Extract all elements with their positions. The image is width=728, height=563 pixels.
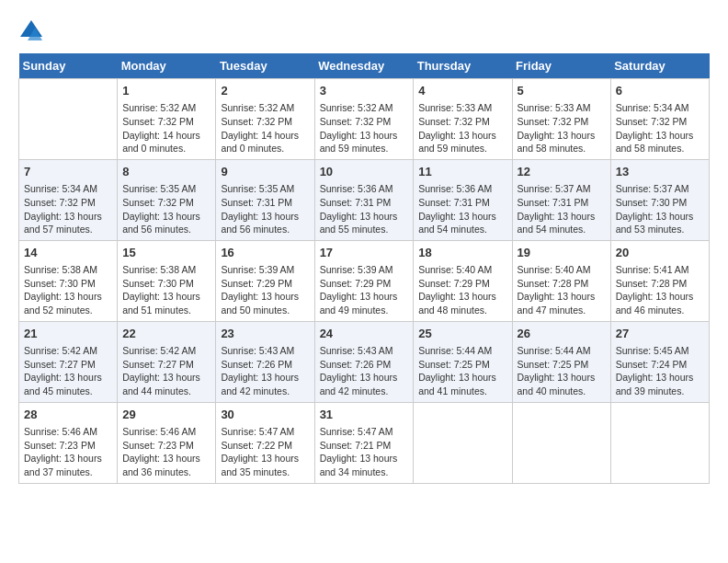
day-number: 10 [320, 164, 409, 180]
day-number: 18 [418, 245, 506, 261]
day-number: 9 [221, 164, 309, 180]
calendar-cell [610, 402, 709, 483]
calendar-cell: 18Sunrise: 5:40 AM Sunset: 7:29 PM Dayli… [414, 240, 512, 321]
day-number: 3 [320, 83, 409, 99]
day-number: 2 [221, 83, 309, 99]
day-number: 30 [221, 407, 309, 423]
calendar-cell: 24Sunrise: 5:43 AM Sunset: 7:26 PM Dayli… [314, 321, 414, 402]
calendar-body: 1Sunrise: 5:32 AM Sunset: 7:32 PM Daylig… [19, 79, 710, 484]
calendar-cell: 28Sunrise: 5:46 AM Sunset: 7:23 PM Dayli… [19, 402, 118, 483]
day-info: Sunrise: 5:41 AM Sunset: 7:28 PM Dayligh… [616, 263, 704, 317]
day-info: Sunrise: 5:34 AM Sunset: 7:32 PM Dayligh… [616, 101, 704, 155]
header-cell-tuesday: Tuesday [216, 53, 314, 79]
calendar-cell: 29Sunrise: 5:46 AM Sunset: 7:23 PM Dayli… [118, 402, 216, 483]
header-cell-monday: Monday [118, 53, 216, 79]
day-info: Sunrise: 5:32 AM Sunset: 7:32 PM Dayligh… [221, 101, 309, 155]
day-number: 22 [122, 326, 210, 342]
page-header [18, 18, 710, 44]
calendar-cell: 23Sunrise: 5:43 AM Sunset: 7:26 PM Dayli… [216, 321, 314, 402]
calendar-cell: 10Sunrise: 5:36 AM Sunset: 7:31 PM Dayli… [314, 159, 414, 240]
calendar-cell: 31Sunrise: 5:47 AM Sunset: 7:21 PM Dayli… [314, 402, 414, 483]
day-number: 23 [221, 326, 309, 342]
calendar-cell: 15Sunrise: 5:38 AM Sunset: 7:30 PM Dayli… [118, 240, 216, 321]
day-info: Sunrise: 5:33 AM Sunset: 7:32 PM Dayligh… [518, 101, 606, 155]
day-info: Sunrise: 5:40 AM Sunset: 7:28 PM Dayligh… [518, 263, 606, 317]
calendar-cell: 11Sunrise: 5:36 AM Sunset: 7:31 PM Dayli… [414, 159, 512, 240]
calendar-week-row: 28Sunrise: 5:46 AM Sunset: 7:23 PM Dayli… [19, 402, 710, 483]
day-info: Sunrise: 5:44 AM Sunset: 7:25 PM Dayligh… [418, 344, 506, 398]
calendar-cell [512, 402, 610, 483]
day-number: 1 [122, 83, 210, 99]
calendar-cell: 5Sunrise: 5:33 AM Sunset: 7:32 PM Daylig… [512, 79, 610, 160]
calendar-cell: 22Sunrise: 5:42 AM Sunset: 7:27 PM Dayli… [118, 321, 216, 402]
day-number: 12 [518, 164, 606, 180]
logo [18, 18, 48, 44]
day-number: 17 [320, 245, 409, 261]
day-number: 13 [616, 164, 704, 180]
calendar-cell: 17Sunrise: 5:39 AM Sunset: 7:29 PM Dayli… [314, 240, 414, 321]
day-number: 21 [24, 326, 112, 342]
day-info: Sunrise: 5:32 AM Sunset: 7:32 PM Dayligh… [320, 101, 409, 155]
calendar-cell: 2Sunrise: 5:32 AM Sunset: 7:32 PM Daylig… [216, 79, 314, 160]
day-info: Sunrise: 5:46 AM Sunset: 7:23 PM Dayligh… [24, 425, 112, 479]
calendar-cell [414, 402, 512, 483]
calendar-cell: 30Sunrise: 5:47 AM Sunset: 7:22 PM Dayli… [216, 402, 314, 483]
calendar-cell: 6Sunrise: 5:34 AM Sunset: 7:32 PM Daylig… [610, 79, 709, 160]
calendar-cell: 27Sunrise: 5:45 AM Sunset: 7:24 PM Dayli… [610, 321, 709, 402]
calendar-cell: 9Sunrise: 5:35 AM Sunset: 7:31 PM Daylig… [216, 159, 314, 240]
calendar-cell: 20Sunrise: 5:41 AM Sunset: 7:28 PM Dayli… [610, 240, 709, 321]
day-number: 28 [24, 407, 112, 423]
day-info: Sunrise: 5:36 AM Sunset: 7:31 PM Dayligh… [418, 182, 506, 236]
day-number: 11 [418, 164, 506, 180]
header-cell-wednesday: Wednesday [314, 53, 414, 79]
day-number: 14 [24, 245, 112, 261]
day-info: Sunrise: 5:42 AM Sunset: 7:27 PM Dayligh… [24, 344, 112, 398]
calendar-cell [19, 79, 118, 160]
calendar-cell: 21Sunrise: 5:42 AM Sunset: 7:27 PM Dayli… [19, 321, 118, 402]
day-number: 25 [418, 326, 506, 342]
day-info: Sunrise: 5:44 AM Sunset: 7:25 PM Dayligh… [518, 344, 606, 398]
header-cell-saturday: Saturday [610, 53, 709, 79]
day-number: 24 [320, 326, 409, 342]
header-cell-friday: Friday [512, 53, 610, 79]
calendar-header-row: SundayMondayTuesdayWednesdayThursdayFrid… [19, 53, 710, 79]
day-info: Sunrise: 5:35 AM Sunset: 7:32 PM Dayligh… [122, 182, 210, 236]
day-info: Sunrise: 5:39 AM Sunset: 7:29 PM Dayligh… [320, 263, 409, 317]
day-info: Sunrise: 5:45 AM Sunset: 7:24 PM Dayligh… [616, 344, 704, 398]
day-info: Sunrise: 5:34 AM Sunset: 7:32 PM Dayligh… [24, 182, 112, 236]
day-number: 5 [518, 83, 606, 99]
calendar-cell: 3Sunrise: 5:32 AM Sunset: 7:32 PM Daylig… [314, 79, 414, 160]
calendar-week-row: 21Sunrise: 5:42 AM Sunset: 7:27 PM Dayli… [19, 321, 710, 402]
day-info: Sunrise: 5:42 AM Sunset: 7:27 PM Dayligh… [122, 344, 210, 398]
day-number: 19 [518, 245, 606, 261]
day-number: 8 [122, 164, 210, 180]
day-info: Sunrise: 5:38 AM Sunset: 7:30 PM Dayligh… [24, 263, 112, 317]
day-info: Sunrise: 5:37 AM Sunset: 7:31 PM Dayligh… [518, 182, 606, 236]
day-info: Sunrise: 5:37 AM Sunset: 7:30 PM Dayligh… [616, 182, 704, 236]
day-info: Sunrise: 5:43 AM Sunset: 7:26 PM Dayligh… [221, 344, 309, 398]
calendar-cell: 14Sunrise: 5:38 AM Sunset: 7:30 PM Dayli… [19, 240, 118, 321]
calendar-cell: 13Sunrise: 5:37 AM Sunset: 7:30 PM Dayli… [610, 159, 709, 240]
day-number: 20 [616, 245, 704, 261]
day-number: 15 [122, 245, 210, 261]
day-info: Sunrise: 5:38 AM Sunset: 7:30 PM Dayligh… [122, 263, 210, 317]
header-cell-sunday: Sunday [19, 53, 118, 79]
calendar-cell: 16Sunrise: 5:39 AM Sunset: 7:29 PM Dayli… [216, 240, 314, 321]
day-info: Sunrise: 5:47 AM Sunset: 7:21 PM Dayligh… [320, 425, 409, 479]
day-info: Sunrise: 5:43 AM Sunset: 7:26 PM Dayligh… [320, 344, 409, 398]
day-number: 26 [518, 326, 606, 342]
day-number: 4 [418, 83, 506, 99]
day-info: Sunrise: 5:46 AM Sunset: 7:23 PM Dayligh… [122, 425, 210, 479]
calendar-cell: 7Sunrise: 5:34 AM Sunset: 7:32 PM Daylig… [19, 159, 118, 240]
day-info: Sunrise: 5:33 AM Sunset: 7:32 PM Dayligh… [418, 101, 506, 155]
calendar-cell: 4Sunrise: 5:33 AM Sunset: 7:32 PM Daylig… [414, 79, 512, 160]
calendar-cell: 8Sunrise: 5:35 AM Sunset: 7:32 PM Daylig… [118, 159, 216, 240]
calendar-table: SundayMondayTuesdayWednesdayThursdayFrid… [18, 53, 710, 484]
day-info: Sunrise: 5:35 AM Sunset: 7:31 PM Dayligh… [221, 182, 309, 236]
logo-icon [18, 18, 44, 44]
calendar-cell: 25Sunrise: 5:44 AM Sunset: 7:25 PM Dayli… [414, 321, 512, 402]
calendar-week-row: 14Sunrise: 5:38 AM Sunset: 7:30 PM Dayli… [19, 240, 710, 321]
day-info: Sunrise: 5:39 AM Sunset: 7:29 PM Dayligh… [221, 263, 309, 317]
day-number: 31 [320, 407, 409, 423]
day-info: Sunrise: 5:47 AM Sunset: 7:22 PM Dayligh… [221, 425, 309, 479]
